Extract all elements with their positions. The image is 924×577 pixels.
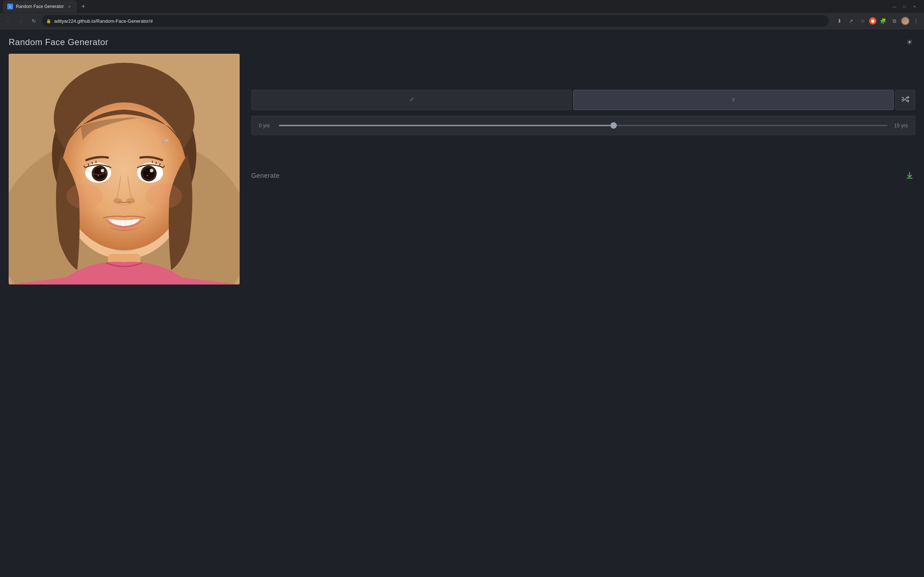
page-title: Random Face Generator [9, 37, 108, 47]
generate-button[interactable]: Generate [251, 172, 280, 180]
male-icon: ♂ [409, 95, 415, 105]
svg-point-21 [126, 198, 135, 204]
tab-label: Random Face Generator [16, 4, 64, 9]
forward-button[interactable]: › [16, 16, 26, 26]
active-tab[interactable]: G Random Face Generator × [3, 0, 77, 13]
window-controls: — □ × [891, 3, 921, 10]
svg-point-22 [66, 184, 102, 209]
controls-panel: ♂ ♀ [251, 54, 915, 181]
svg-point-19 [147, 175, 148, 176]
male-button[interactable]: ♂ [251, 90, 572, 110]
lock-icon: 🔒 [46, 19, 51, 23]
brave-shield-icon[interactable] [869, 17, 876, 24]
profile-icon[interactable] [901, 16, 909, 25]
generate-row: Generate [251, 170, 915, 181]
svg-point-14 [97, 175, 99, 176]
download-toolbar-icon[interactable]: ⬇ [835, 16, 845, 26]
browser-chrome: G Random Face Generator × + — □ × ‹ › ↻ … [0, 0, 924, 29]
download-button[interactable] [904, 170, 915, 181]
svg-point-23 [146, 184, 182, 209]
download-icon [905, 171, 914, 180]
female-button[interactable]: ♀ [573, 90, 894, 110]
extensions-icon[interactable]: 🧩 [878, 16, 888, 26]
maximize-button[interactable]: □ [901, 3, 908, 10]
reload-button[interactable]: ↻ [29, 16, 39, 26]
page-header: Random Face Generator ☀ [0, 29, 924, 54]
url-text: adityar224.github.io/Random-Face-Generat… [54, 18, 824, 24]
svg-point-13 [101, 169, 104, 172]
age-row: 0 yrs 15 yrs [259, 122, 908, 129]
tab-favicon: G [7, 3, 13, 10]
share-icon[interactable]: ↗ [846, 16, 856, 26]
close-button[interactable]: × [911, 3, 918, 10]
age-min-label: 0 yrs [259, 122, 273, 128]
sidebar-icon[interactable]: ⧉ [889, 16, 900, 26]
bookmark-icon[interactable]: ☆ [858, 16, 868, 26]
minimize-button[interactable]: — [891, 3, 898, 10]
age-slider-container[interactable] [279, 122, 888, 129]
tab-bar: G Random Face Generator × + — □ × [0, 0, 924, 13]
age-max-label: 15 yrs [893, 122, 908, 128]
svg-text:G: G [9, 5, 11, 8]
face-image-container [9, 54, 240, 285]
theme-toggle-button[interactable]: ☀ [904, 36, 915, 48]
random-gender-button[interactable] [895, 90, 915, 110]
tab-close-button[interactable]: × [67, 3, 73, 10]
main-content: ♂ ♀ [0, 54, 924, 293]
gender-buttons: ♂ ♀ [251, 90, 915, 110]
back-button[interactable]: ‹ [3, 16, 13, 26]
address-bar-row: ‹ › ↻ 🔒 adityar224.github.io/Random-Face… [0, 13, 924, 29]
age-section: 0 yrs 15 yrs [251, 116, 915, 135]
menu-icon[interactable]: ⋮ [911, 16, 921, 26]
face-image [9, 54, 240, 285]
svg-point-18 [150, 169, 153, 172]
random-icon [901, 95, 909, 105]
svg-point-20 [113, 198, 122, 204]
address-bar[interactable]: 🔒 adityar224.github.io/Random-Face-Gener… [42, 15, 829, 27]
toolbar-icons: ⬇ ↗ ☆ 🧩 ⧉ ⋮ [835, 16, 921, 26]
face-svg [9, 54, 240, 285]
female-icon: ♀ [730, 95, 737, 105]
new-tab-button[interactable]: + [78, 2, 89, 11]
